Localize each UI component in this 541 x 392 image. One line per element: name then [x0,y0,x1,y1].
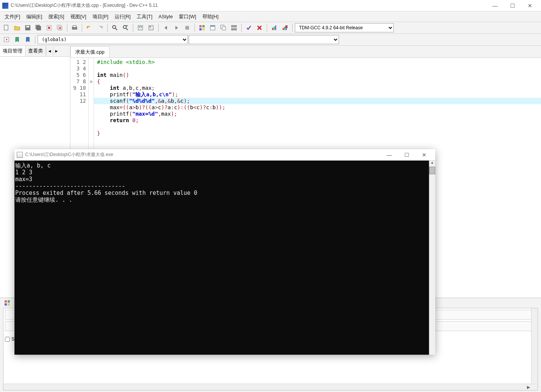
svg-rect-15 [141,26,142,27]
close-file-icon[interactable] [44,23,54,33]
file-tab-active[interactable]: 求最大值.cpp [70,46,110,57]
code-token: b [129,85,132,91]
svg-rect-19 [199,25,202,27]
sidebar-next-icon[interactable]: ► [53,47,60,55]
open-file-icon[interactable] [12,23,22,33]
svg-rect-9 [73,25,76,27]
console-window: C:\Users\江\Desktop\C小程序\求最大值.exe — ☐ ✕ 输… [14,149,435,355]
svg-rect-24 [210,25,215,27]
svg-rect-34 [274,27,275,30]
replace-icon[interactable] [121,23,130,33]
svg-rect-12 [126,25,128,26]
debug-stop-icon[interactable] [182,23,192,33]
print-icon[interactable] [70,23,80,33]
code-token: ; [151,85,154,91]
console-scrollbar[interactable]: ▲ [429,161,435,355]
code-token: ):(( [177,104,190,110]
save-icon[interactable] [23,23,33,33]
code-token: main [107,72,123,78]
console-title: C:\Users\江\Desktop\C小程序\求最大值.exe [25,151,380,158]
svg-rect-22 [202,28,205,30]
menu-edit[interactable]: 编辑[E] [23,12,45,22]
menu-help[interactable]: 帮助[H] [199,12,222,22]
compiler-select[interactable]: TDM-GCC 4.9.2 64-bit Release [295,23,394,32]
console-close-button[interactable]: ✕ [415,150,433,160]
debug-prev-icon[interactable] [161,23,171,33]
code-token: )?(( [139,104,152,110]
goto-icon[interactable] [2,35,11,45]
grid4-icon[interactable] [197,23,207,33]
members-select[interactable] [189,35,339,44]
code-token: max [161,111,171,117]
window-controls: — ☐ ✕ [486,0,539,11]
cancel-icon[interactable] [255,23,264,33]
bookmark-icon[interactable] [23,35,33,45]
grid6-icon[interactable] [229,23,239,33]
save-all-icon[interactable] [33,23,43,33]
title-bar: C:\Users\江\Desktop\C小程序\求最大值.cpp - [Exec… [0,0,541,11]
secondary-toolbar: (globals) [0,34,541,46]
maximize-button[interactable]: ☐ [504,0,521,11]
code-token: > [155,104,158,110]
svg-rect-18 [185,26,189,30]
windows-icon[interactable] [218,23,228,33]
code-token: printf [110,91,129,97]
profile-del-icon[interactable] [280,23,290,33]
code-token: )? [200,104,206,110]
new-file-icon[interactable] [2,23,11,33]
svg-rect-41 [8,300,10,303]
code-token: )); [216,104,225,110]
shorten-label: S [11,336,14,342]
toolbar-separator [158,24,159,32]
check-icon[interactable] [244,23,254,33]
menu-search[interactable]: 搜索[S] [45,12,67,22]
run-icon[interactable] [146,23,156,33]
menu-project[interactable]: 项目[P] [89,12,111,22]
svg-rect-14 [139,26,140,27]
shorten-checkbox[interactable] [5,337,10,342]
compiler-h-scrollbar[interactable]: ▶ [3,384,538,390]
compiler-v-scrollbar[interactable] [531,308,538,383]
console-maximize-button[interactable]: ☐ [398,150,415,160]
svg-rect-42 [5,303,7,306]
scroll-thumb[interactable] [429,167,435,174]
svg-rect-32 [235,28,237,30]
menu-window[interactable]: 窗口[W] [176,12,199,22]
console-titlebar[interactable]: C:\Users\江\Desktop\C小程序\求最大值.exe — ☐ ✕ [14,149,435,161]
toolbar-separator [241,24,242,32]
svg-rect-35 [275,25,276,30]
sidebar-tab-classes[interactable]: 查看类 [25,46,46,56]
menu-astyle[interactable]: AStyle [156,12,176,21]
bookmark-add-icon[interactable] [12,35,22,45]
menu-run[interactable]: 运行[R] [111,12,134,22]
minimize-button[interactable]: — [486,0,504,11]
close-all-icon[interactable] [55,23,65,33]
sidebar-tab-project[interactable]: 项目管理 [0,46,25,56]
toolbar-separator [292,24,293,32]
menu-tools[interactable]: 工具[T] [134,12,155,22]
close-button[interactable]: ✕ [521,0,539,11]
undo-icon[interactable] [84,23,94,33]
find-icon[interactable] [110,23,120,33]
console-output[interactable]: 输入a, b, c 1 2 3 max=3 ------------------… [14,161,429,355]
compile-icon[interactable] [135,23,145,33]
compiler-tab-icon[interactable] [2,298,12,308]
sidebar-prev-icon[interactable]: ◄ [46,47,53,55]
code-token: "%d%d%d" [129,98,154,104]
menu-file[interactable]: 文件[F] [2,12,23,22]
redo-icon[interactable] [95,23,105,33]
console-minimize-button[interactable]: — [380,150,398,160]
window-title: C:\Users\江\Desktop\C小程序\求最大值.cpp - [Exec… [11,2,486,9]
window-icon[interactable] [208,23,218,33]
globals-select[interactable]: (globals) [38,35,188,44]
code-token: ; [135,117,138,123]
code-token: a [119,85,126,91]
code-token: ); [172,91,178,97]
code-token: ( [129,91,132,97]
profile-icon[interactable] [269,23,279,33]
toolbar-separator [107,24,108,32]
sidebar-tabs: 项目管理 查看类 ◄ ► [0,46,70,57]
menu-view[interactable]: 视图[V] [67,12,89,22]
scroll-up-icon[interactable]: ▲ [429,161,435,164]
debug-next-icon[interactable] [172,23,181,33]
